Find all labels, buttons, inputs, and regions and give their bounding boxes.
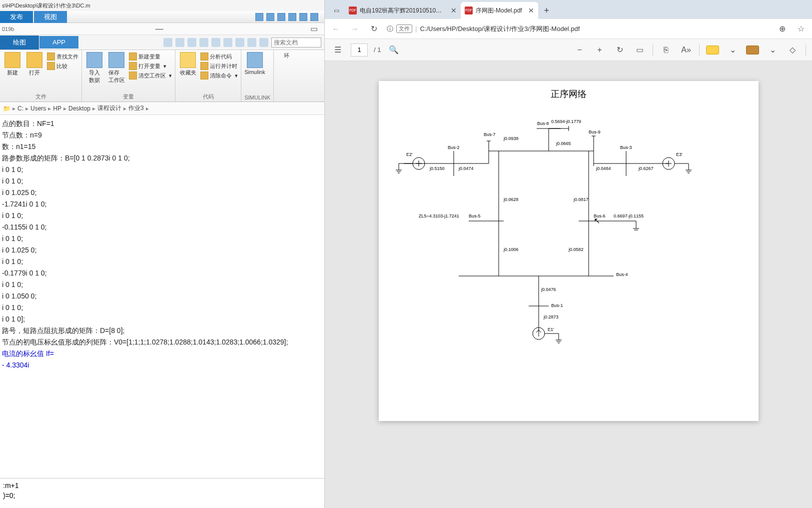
qa-cut-icon[interactable] xyxy=(266,13,274,21)
close-tab-2[interactable]: ✕ xyxy=(528,6,534,14)
svg-text:Bus-9: Bus-9 xyxy=(589,130,601,134)
pdf-toolbar: ☰ / 1 🔍 − + ↻ ▭ ⎘ A» ⌄ ⌄ ◇ xyxy=(325,39,812,61)
cmd-line: :m+1 xyxy=(3,482,19,490)
new-button[interactable]: 新建 xyxy=(3,52,22,92)
svg-text:0.6697-j0.1155: 0.6697-j0.1155 xyxy=(614,214,644,218)
zoom-in-button[interactable]: + xyxy=(593,43,607,57)
qa-copy-icon[interactable] xyxy=(277,13,285,21)
tab-2-title: 序网图-Model.pdf xyxy=(476,6,522,15)
dropdown-1[interactable]: ⌄ xyxy=(726,43,740,57)
menu-view[interactable]: 视图 xyxy=(34,11,67,23)
matlab-titlebar: s\HP\Desktop\课程设计\作业3\DC.m xyxy=(0,0,324,11)
pdf-search-button[interactable]: 🔍 xyxy=(387,43,401,57)
new-variable-button[interactable]: 新建变量 xyxy=(129,52,172,61)
run-time-button[interactable]: 运行并计时 xyxy=(200,62,238,70)
qa-icon-4[interactable] xyxy=(199,38,208,47)
matlab-window: s\HP\Desktop\课程设计\作业3\DC.m 发布 视图 019b — … xyxy=(0,0,325,508)
svg-text:j0.0938: j0.0938 xyxy=(503,136,519,141)
favorite-button[interactable]: ☆ xyxy=(795,23,807,35)
code-line: i 0 1 0; xyxy=(2,234,23,242)
qa-icon-2[interactable] xyxy=(175,38,184,47)
svg-text:j0.2873: j0.2873 xyxy=(543,314,559,320)
svg-text:E1': E1' xyxy=(548,327,554,332)
crumb-desktop[interactable]: Desktop xyxy=(68,105,90,112)
address-bar[interactable]: ⓘ 文件 | C:/Users/HP/Desktop/课程设计/作业3/序网图-… xyxy=(387,24,580,34)
print-icon[interactable] xyxy=(235,38,244,47)
fit-page-button[interactable]: ▭ xyxy=(633,43,647,57)
restore-button[interactable]: ▭ xyxy=(304,24,324,34)
svg-text:j0.6267: j0.6267 xyxy=(638,166,654,171)
tab-actions-button[interactable]: ▭ xyxy=(328,2,345,19)
minimize-button[interactable]: — xyxy=(149,24,169,34)
ribbon-group-variable: 导入 数据 保存 工作区 新建变量 打开变量 ▾ 清空工作区 ▾ 变量 xyxy=(82,50,175,102)
code-editor[interactable]: 点的数目：NF=1 节点数：n=9 数：n1=15 路参数形成的矩阵：B=[0 … xyxy=(0,115,324,478)
simulink-button[interactable]: Simulink xyxy=(244,52,265,94)
url-text: C:/Users/HP/Desktop/课程设计/作业3/序网图-Model.p… xyxy=(420,24,580,34)
zoom-icon[interactable]: ⊕ xyxy=(776,23,788,35)
svg-text:j0.0665: j0.0665 xyxy=(556,141,571,146)
crumb-hp[interactable]: HP xyxy=(53,105,61,112)
back-button[interactable]: ← xyxy=(330,23,342,35)
qa-icon-5[interactable] xyxy=(211,38,220,47)
save-workspace-button[interactable]: 保存 工作区 xyxy=(107,52,126,92)
crumb-course[interactable]: 课程设计 xyxy=(97,104,121,112)
menu-publish[interactable]: 发布 xyxy=(0,11,33,23)
pdf-viewport[interactable]: 正序网络 ↖ Bus-7 j0.0938 Bus-8 0.5694-j0.177… xyxy=(325,61,812,508)
command-window[interactable]: :m+1)=0; xyxy=(0,478,324,508)
code-line: i 0 1.025 0; xyxy=(2,188,36,196)
qa-save-icon[interactable] xyxy=(255,13,263,21)
help-icon[interactable] xyxy=(247,38,256,47)
browser-tab-2[interactable]: 序网图-Model.pdf ✕ xyxy=(461,2,538,19)
favorites-button[interactable]: 收藏夹 xyxy=(178,52,197,92)
qa-icon-3[interactable] xyxy=(187,38,196,47)
qa-icon-1[interactable] xyxy=(163,38,172,47)
qa-paste-icon[interactable] xyxy=(288,13,296,21)
open-button[interactable]: 打开 xyxy=(25,52,44,92)
page-number-input[interactable] xyxy=(351,44,368,56)
page-view-button[interactable]: ⎘ xyxy=(659,43,673,57)
zoom-out-button[interactable]: − xyxy=(573,43,587,57)
read-aloud-button[interactable]: A» xyxy=(679,43,693,57)
find-files-button[interactable]: 查找文件 xyxy=(47,52,78,61)
contents-button[interactable]: ☰ xyxy=(331,43,345,57)
compare-button[interactable]: 比较 xyxy=(47,62,78,70)
code-line: 电流的标幺值 If= xyxy=(2,350,54,358)
path-folder-icon[interactable]: 📁 xyxy=(3,105,10,112)
qa-icon-6[interactable] xyxy=(223,38,232,47)
crumb-users[interactable]: Users xyxy=(30,105,46,112)
crumb-hw3[interactable]: 作业3 xyxy=(128,104,144,112)
crumb-c[interactable]: C: xyxy=(17,105,23,112)
forward-button[interactable]: → xyxy=(349,23,361,35)
svg-text:Bus-1: Bus-1 xyxy=(551,303,563,308)
close-tab-1[interactable]: ✕ xyxy=(451,6,457,14)
rotate-button[interactable]: ↻ xyxy=(613,43,627,57)
highlighter-yellow[interactable] xyxy=(706,43,720,57)
dropdown-2[interactable]: ⌄ xyxy=(766,43,780,57)
pdf-icon xyxy=(465,6,473,14)
clear-workspace-button[interactable]: 清空工作区 ▾ xyxy=(129,71,172,80)
code-line: 路参数形成的矩阵：B=[0 1 0.2873i 0 1 0; xyxy=(2,154,130,162)
qa-run-icon[interactable] xyxy=(299,13,307,21)
titlebar-path: s\HP\Desktop\课程设计\作业3\DC.m xyxy=(2,2,90,10)
analyze-code-button[interactable]: 分析代码 xyxy=(200,52,238,61)
tab-app[interactable]: APP xyxy=(39,36,78,48)
refresh-button[interactable]: ↻ xyxy=(368,23,380,35)
info-icon[interactable] xyxy=(259,38,268,47)
erase-button[interactable]: ◇ xyxy=(786,43,800,57)
code-line: i 0 1 0; xyxy=(2,258,23,266)
tab-plot[interactable]: 绘图 xyxy=(0,36,39,50)
pdf-page: 正序网络 ↖ Bus-7 j0.0938 Bus-8 0.5694-j0.177… xyxy=(379,81,759,421)
info-icon[interactable]: ⓘ xyxy=(387,24,393,34)
svg-text:j0.0817: j0.0817 xyxy=(573,197,589,202)
code-line: i 0 1 0; xyxy=(2,212,23,220)
search-input[interactable] xyxy=(271,38,321,48)
import-data-button[interactable]: 导入 数据 xyxy=(85,52,104,92)
qa-stop-icon[interactable] xyxy=(310,13,318,21)
clear-commands-button[interactable]: 清除命令 ▾ xyxy=(200,71,238,80)
env-button[interactable]: 环 xyxy=(277,52,296,100)
new-tab-button[interactable]: + xyxy=(538,2,555,19)
highlighter-brown[interactable] xyxy=(746,43,760,57)
svg-text:j0.0476: j0.0476 xyxy=(541,287,556,292)
browser-tab-1[interactable]: 电自192班高宇辉20191051011… ✕ xyxy=(345,2,461,19)
open-variable-button[interactable]: 打开变量 ▾ xyxy=(129,62,172,70)
